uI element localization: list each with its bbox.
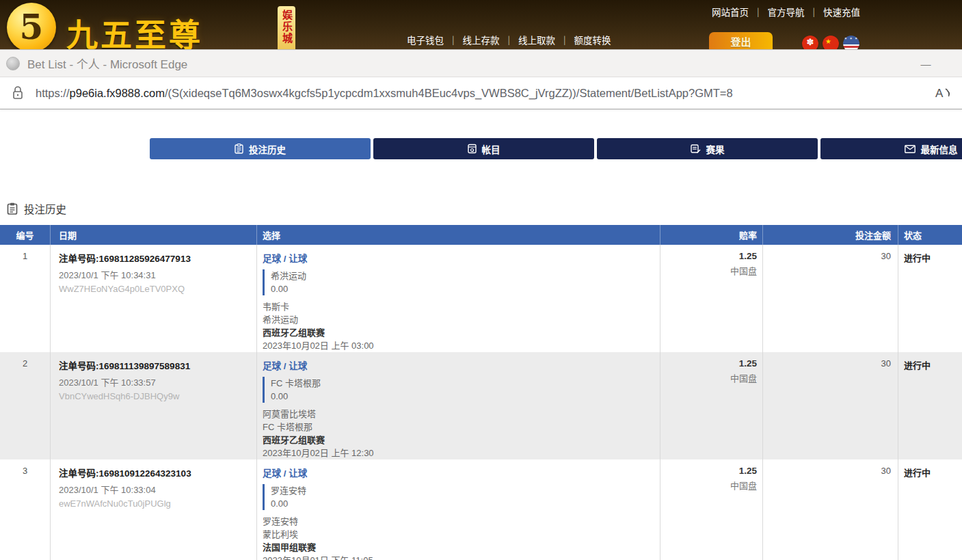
home-team: 韦斯卡 [263, 300, 660, 313]
tab-label: 投注历史 [249, 142, 286, 156]
nav-withdraw-link[interactable]: 线上取款 [518, 36, 555, 46]
odds-value: 1.25 [660, 358, 757, 369]
section-title: 投注历史 [24, 201, 66, 216]
league-name: 法国甲组联赛 [263, 541, 660, 554]
cn-flag-icon[interactable] [823, 36, 839, 49]
home-team: 罗连安特 [263, 515, 660, 528]
page-content: 投注历史 帐目 赛果 最新信息 投注历史 编号 日期 [0, 138, 962, 560]
url-path: /(S(xideqseTq6M3oswx4kgcfs5p1ycpcdm1xxsm… [165, 87, 733, 99]
bet-reference-code: WwZ7HEoNYaG4p0LeTV0PXQ [59, 284, 256, 294]
bet-placed-time: 2023/10/1 下午 10:33:04 [59, 483, 256, 496]
nav-guide-link[interactable]: 官方导航 [768, 8, 805, 18]
ticket-number: 注单号码:169811139897589831 [59, 358, 256, 372]
brand-badge: 娱乐城 [278, 6, 295, 49]
site-header: 5 九五至尊 娱乐城 网站首页｜官方导航｜快速充值 电子钱包｜线上存款｜线上取款… [0, 0, 962, 49]
logout-button[interactable]: 登出 [709, 32, 773, 49]
tab-label: 赛果 [706, 142, 725, 156]
col-header-selection: 选择 [256, 225, 660, 245]
clipboard-icon [7, 202, 18, 215]
nav-divider: ｜ [449, 36, 458, 46]
top-nav: 网站首页｜官方导航｜快速充值 [712, 5, 860, 18]
account-icon [468, 144, 477, 154]
logo-number: 5 [20, 7, 44, 47]
bet-number: 1 [0, 245, 50, 352]
favicon-icon [6, 57, 20, 70]
table-row: 2 注单号码:169811139897589831 2023/10/1 下午 1… [0, 352, 962, 459]
away-team: FC 卡塔根那 [263, 421, 660, 434]
nav-divider: ｜ [753, 8, 763, 18]
nav-recharge-link[interactable]: 快速充值 [823, 8, 860, 18]
tab-account[interactable]: 帐目 [373, 138, 594, 159]
brand-logo-icon[interactable]: 5 [7, 3, 56, 49]
lock-icon[interactable] [12, 85, 24, 101]
window-title: Bet List - 个人 - Microsoft Edge [27, 55, 187, 72]
odds-type: 中国盘 [660, 371, 757, 384]
col-header-no: 编号 [0, 228, 50, 241]
bet-selection-cell: 足球 / 让球 希洪运动 0.00 韦斯卡 希洪运动 西班牙乙组联赛 2023年… [256, 245, 660, 352]
odds-cell: 1.25 中国盘 [660, 459, 762, 560]
url-domain: p9e6ia.fx9888.com [70, 87, 165, 99]
svg-text:A: A [935, 87, 944, 100]
us-flag-icon[interactable] [843, 36, 859, 49]
tab-results[interactable]: 赛果 [597, 138, 818, 159]
bet-table: 编号 日期 选择 赔率 投注金额 状态 1 注单号码:1698112859264… [0, 225, 962, 560]
tab-latest-news[interactable]: 最新信息 [820, 138, 962, 159]
home-team: 阿莫雷比埃塔 [263, 408, 660, 421]
bet-status: 进行中 [898, 459, 962, 560]
tab-bet-history[interactable]: 投注历史 [150, 138, 371, 159]
language-flags [802, 36, 859, 49]
nav-transfer-link[interactable]: 额度转换 [574, 36, 611, 46]
ticket-number: 注单号码:169811285926477913 [59, 251, 256, 265]
odds-value: 1.25 [660, 251, 757, 261]
bet-selection-cell: 足球 / 让球 FC 卡塔根那 0.00 阿莫雷比埃塔 FC 卡塔根那 西班牙乙… [256, 352, 660, 459]
url-scheme: https:// [36, 87, 70, 99]
pick-team: FC 卡塔根那 [271, 377, 660, 390]
bet-date-cell: 注单号码:169811139897589831 2023/10/1 下午 10:… [50, 352, 256, 459]
bet-type-link[interactable]: 足球 / 让球 [263, 358, 660, 372]
url-text[interactable]: https://p9e6ia.fx9888.com/(S(xideqseTq6M… [36, 87, 733, 100]
nav-divider: ｜ [505, 36, 514, 46]
bet-amount: 30 [762, 245, 898, 352]
pick-team: 希洪运动 [271, 269, 660, 282]
col-header-odds: 赔率 [660, 225, 762, 245]
away-team: 希洪运动 [263, 313, 660, 326]
nav-deposit-link[interactable]: 线上存款 [463, 36, 500, 46]
event-time: 2023年10月02日 上午 03:00 [263, 339, 660, 352]
nav-ewallet-link[interactable]: 电子钱包 [407, 36, 444, 46]
bet-history-icon [235, 144, 243, 154]
hk-flag-icon[interactable] [802, 36, 818, 49]
bet-amount: 30 [762, 352, 898, 459]
wallet-nav: 电子钱包｜线上存款｜线上取款｜额度转换 [407, 33, 611, 46]
window-titlebar: Bet List - 个人 - Microsoft Edge — [0, 49, 962, 77]
tab-bar: 投注历史 帐目 赛果 最新信息 [150, 138, 962, 159]
bet-type-link[interactable]: 足球 / 让球 [263, 251, 660, 265]
read-aloud-icon[interactable]: A [935, 85, 952, 103]
nav-divider: ｜ [810, 8, 819, 18]
table-row: 1 注单号码:169811285926477913 2023/10/1 下午 1… [0, 245, 962, 352]
minimize-button[interactable]: — [910, 50, 941, 77]
bet-selection-cell: 足球 / 让球 罗连安特 0.00 罗连安特 蒙比利埃 法国甲组联赛 2023年… [256, 459, 660, 560]
col-header-date: 日期 [50, 225, 256, 245]
pick-team: 罗连安特 [271, 484, 660, 497]
address-bar[interactable]: https://p9e6ia.fx9888.com/(S(xideqseTq6M… [0, 77, 962, 109]
bet-date-cell: 注单号码:169811285926477913 2023/10/1 下午 10:… [50, 245, 256, 352]
league-name: 西班牙乙组联赛 [263, 434, 660, 446]
pick-block: 罗连安特 0.00 [263, 484, 660, 510]
pick-block: FC 卡塔根那 0.00 [263, 377, 660, 403]
table-body: 1 注单号码:169811285926477913 2023/10/1 下午 1… [0, 245, 962, 560]
nav-divider: ｜ [560, 36, 570, 46]
tab-label: 最新信息 [921, 142, 958, 156]
bet-reference-code: ewE7nWAfcNu0cTu0jPUGlg [59, 498, 256, 509]
bet-date-cell: 注单号码:169810912264323103 2023/10/1 下午 10:… [50, 459, 256, 560]
bet-reference-code: VbnCYwedHSqh6-DJBHQy9w [59, 391, 256, 401]
bet-number: 3 [0, 459, 50, 560]
odds-type: 中国盘 [660, 479, 757, 492]
bet-placed-time: 2023/10/1 下午 10:33:57 [59, 375, 256, 388]
bet-status: 进行中 [898, 245, 962, 352]
bet-type-link[interactable]: 足球 / 让球 [263, 466, 660, 479]
mail-icon [905, 145, 916, 153]
pick-block: 希洪运动 0.00 [263, 269, 660, 295]
bet-status: 进行中 [898, 352, 962, 459]
bet-amount: 30 [762, 459, 898, 560]
nav-home-link[interactable]: 网站首页 [712, 8, 749, 18]
